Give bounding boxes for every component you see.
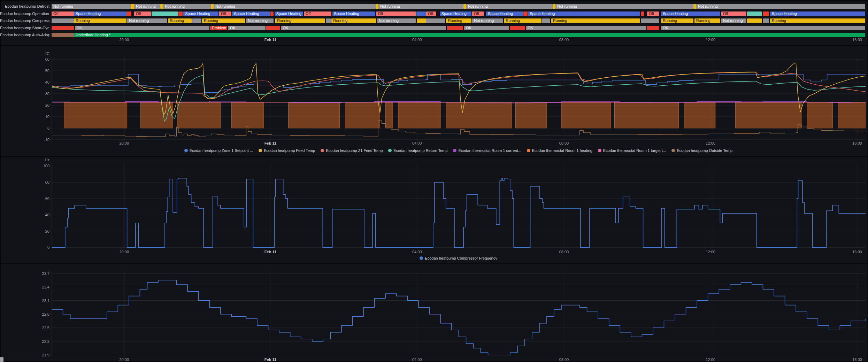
state-segment[interactable]: Off [219,11,231,16]
state-segment[interactable] [52,18,74,23]
state-segment[interactable]: OK [281,26,446,30]
state-segment[interactable]: Not running [555,4,693,9]
state-segment[interactable]: Off [304,11,331,16]
state-segment[interactable] [747,11,762,16]
state-segment[interactable] [463,4,466,9]
state-segment[interactable]: Space Heating [74,11,126,16]
state-segment[interactable]: Space Heating [486,11,523,16]
state-segment[interactable] [52,26,74,30]
state-segment[interactable] [542,18,550,23]
y-axis-tick-label: 40 [33,80,49,85]
state-segment[interactable] [126,11,131,16]
chart-plot[interactable] [52,271,866,357]
state-segment[interactable]: OK [464,26,509,30]
state-segment[interactable]: Not running [377,18,416,23]
state-segment[interactable]: Space Heating [183,11,218,16]
state-segment[interactable]: Running [202,18,245,23]
state-segment[interactable] [426,18,445,23]
state-segment[interactable] [416,11,426,16]
chart-plot[interactable] [52,163,866,249]
legend-item[interactable]: Ecodan thermostat Room 1 target t... [598,148,666,153]
state-segment[interactable]: Not running [163,4,211,9]
state-segment[interactable]: Space Heating [232,11,269,16]
state-segment[interactable]: Running [694,18,721,23]
state-segment[interactable] [52,33,74,37]
state-segment-label: Not running [163,4,185,8]
state-segment[interactable] [417,18,426,23]
state-segment[interactable]: Not running [127,18,167,23]
state-segment[interactable]: Running [661,18,693,23]
state-segment[interactable]: Not running [52,4,131,9]
state-segment[interactable]: Off [134,11,151,16]
legend-item[interactable]: Ecodan heatpump Compressor Frequency [420,256,497,260]
state-segment[interactable]: Running [74,18,126,23]
legend-item[interactable]: Ecodan heatpump Zone 1 Setpoint ... [184,148,253,153]
state-segment[interactable]: Running [168,18,192,23]
state-segment[interactable]: OK [526,26,646,30]
state-segment[interactable]: Not running [466,4,553,9]
state-segment[interactable]: Not running [721,18,746,23]
state-segment[interactable]: Space Heating [440,11,471,16]
state-segment[interactable]: OK [228,26,266,30]
state-segment[interactable]: Space Heating [275,11,303,16]
state-segment[interactable] [326,18,331,23]
state-segment[interactable] [553,4,555,9]
state-segment[interactable]: Off [426,11,436,16]
state-segment[interactable] [763,11,769,16]
legend-item[interactable]: Ecodan heatpump Feed Temp [259,148,315,153]
chart-plot[interactable] [52,56,866,143]
state-segment[interactable]: Running [331,18,376,23]
state-segment-label: Off [472,11,479,16]
state-segment[interactable]: Running [551,18,640,23]
state-segment[interactable] [211,4,214,9]
state-segment[interactable] [270,11,274,16]
heating-state-block [177,102,221,128]
scrollbar-thumb[interactable] [0,357,3,362]
state-segment[interactable]: Not running [696,4,865,9]
state-segment[interactable]: Running [770,18,865,23]
state-segment[interactable] [447,26,463,30]
state-segment[interactable]: Problem [210,26,227,30]
state-segment[interactable] [192,18,201,23]
state-segment[interactable] [131,4,134,9]
legend-item[interactable]: Ecodan heatpump Return Temp [388,148,447,153]
state-segment[interactable]: Not running [134,4,160,9]
state-segment[interactable]: Running [504,18,541,23]
state-segment[interactable]: Off [647,11,659,16]
state-segment[interactable]: Space Heating [528,11,640,16]
state-segment[interactable]: Space Heating [661,11,720,16]
state-segment[interactable]: Not running [378,4,463,9]
state-segment[interactable]: OK [661,26,865,30]
state-segment[interactable]: Off [376,11,416,16]
state-segment-label: Not running [134,4,156,8]
state-segment[interactable] [641,11,644,16]
state-segment[interactable]: Not running [214,4,376,9]
state-segment[interactable] [152,11,178,16]
legend-item[interactable]: Ecodan heatpump Z1 Feed Temp [321,148,383,153]
state-segment[interactable] [693,4,696,9]
state-segment[interactable] [178,11,183,16]
state-segment[interactable] [510,26,525,30]
state-segment[interactable]: Not running [246,18,274,23]
state-segment[interactable]: Off [52,11,74,16]
legend-item[interactable]: Ecodan thermostat Room 1 current... [453,148,521,153]
state-segment[interactable]: Off [721,11,746,16]
state-segment[interactable]: Space Heating [332,11,376,16]
state-segment[interactable]: Underfloor Heating * [74,33,865,37]
state-segment[interactable]: Off [472,11,484,16]
state-segment[interactable] [523,11,528,16]
state-segment[interactable] [747,18,762,23]
state-segment[interactable] [763,18,769,23]
state-segment[interactable] [647,26,659,30]
state-segment[interactable] [641,18,660,23]
state-segment[interactable] [160,4,163,9]
state-segment[interactable]: Running [446,18,471,23]
legend-item[interactable]: Ecodan thermostat Room 1 heating [527,148,592,153]
state-segment[interactable]: OK [75,26,209,30]
state-segment[interactable] [266,26,280,30]
state-segment[interactable]: Not running [472,18,503,23]
legend-item[interactable]: Ecodan heatpump Outside Temp [671,148,732,153]
state-segment[interactable] [376,4,378,9]
state-segment[interactable]: Running [275,18,325,23]
state-segment[interactable]: Space Heating [770,11,865,16]
